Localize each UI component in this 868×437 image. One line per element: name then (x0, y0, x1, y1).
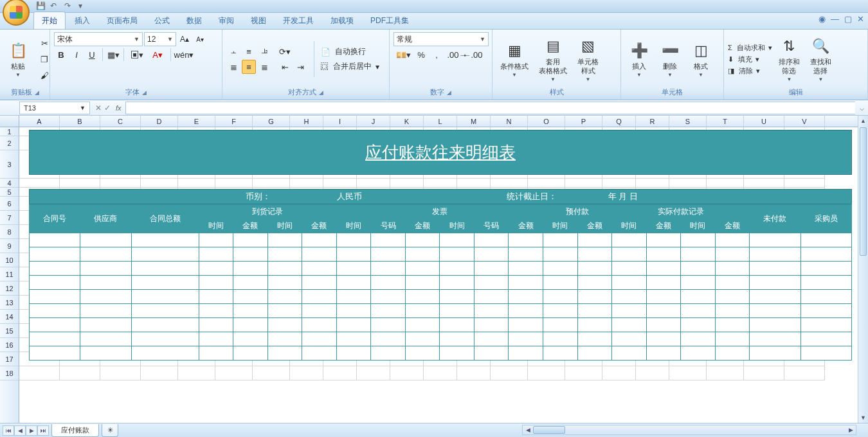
office-button[interactable] (3, 0, 30, 26)
row-header[interactable]: 2 (0, 136, 19, 150)
table-cell[interactable] (750, 290, 800, 304)
table-cell[interactable] (405, 318, 440, 332)
table-cell[interactable] (646, 290, 681, 304)
table-cell[interactable] (474, 247, 509, 262)
table-cell[interactable] (30, 290, 80, 304)
table-cell[interactable] (646, 332, 681, 346)
table-cell[interactable] (80, 290, 131, 304)
increase-indent-icon[interactable]: ⇥ (293, 60, 307, 74)
table-cell[interactable] (543, 304, 577, 318)
col-header[interactable]: P (565, 116, 602, 127)
table-cell[interactable] (715, 262, 750, 276)
table-cell[interactable] (336, 318, 371, 332)
table-cell[interactable] (474, 233, 509, 247)
table-cell[interactable] (715, 318, 750, 332)
table-cell[interactable] (646, 262, 681, 276)
font-name-combo[interactable]: 宋体▼ (54, 32, 143, 46)
table-cell[interactable] (509, 247, 543, 262)
table-cell[interactable] (233, 276, 268, 290)
row-header[interactable]: 15 (0, 324, 19, 338)
row-header[interactable]: 12 (0, 281, 19, 296)
vscroll-thumb[interactable] (860, 127, 867, 256)
table-cell[interactable] (371, 276, 406, 290)
tab-1[interactable]: 插入 (67, 12, 98, 29)
table-cell[interactable] (336, 304, 371, 318)
table-cell[interactable] (681, 304, 716, 318)
table-cell[interactable] (233, 332, 268, 346)
table-cell[interactable] (233, 262, 268, 276)
col-header[interactable]: R (636, 116, 669, 127)
scroll-left-icon[interactable]: ◀ (523, 427, 533, 433)
table-cell[interactable] (131, 290, 199, 304)
col-header[interactable]: F (215, 116, 253, 127)
table-cell[interactable] (577, 346, 612, 361)
col-header[interactable]: T (707, 116, 744, 127)
table-cell[interactable] (750, 346, 800, 361)
table-cell[interactable] (131, 233, 199, 247)
table-cell[interactable] (199, 262, 233, 276)
align-launcher-icon[interactable]: ◢ (319, 89, 323, 96)
sort-filter-button[interactable]: ⇅排序和 筛选▼ (775, 35, 804, 83)
conditional-format-button[interactable]: ▦条件格式▼ (496, 39, 532, 79)
tab-0[interactable]: 开始 (33, 12, 66, 29)
formula-bar[interactable] (125, 102, 855, 114)
phonetic-button[interactable]: wén▾ (174, 48, 194, 62)
table-cell[interactable] (233, 318, 268, 332)
table-cell[interactable] (302, 276, 337, 290)
col-header[interactable]: V (784, 116, 825, 127)
table-cell[interactable] (612, 304, 647, 318)
minimize-icon[interactable]: — (831, 14, 839, 24)
clear-button[interactable]: ◨ 清除 ▾ (728, 66, 772, 76)
table-cell[interactable] (612, 247, 647, 262)
cell-styles-button[interactable]: ▧单元格 样式▼ (574, 35, 602, 83)
table-cell[interactable] (336, 346, 371, 361)
table-cell[interactable] (267, 276, 302, 290)
underline-button[interactable]: U (85, 48, 99, 62)
table-cell[interactable] (371, 233, 406, 247)
table-cell[interactable] (440, 332, 475, 346)
last-sheet-icon[interactable]: ⏭ (37, 425, 49, 436)
insert-button[interactable]: ➕插入▼ (625, 39, 653, 79)
table-cell[interactable] (267, 346, 302, 361)
row-header[interactable]: 5 (0, 188, 19, 197)
table-cell[interactable] (543, 332, 577, 346)
row-header[interactable]: 17 (0, 352, 19, 366)
comma-icon[interactable]: , (429, 48, 444, 62)
redo-icon[interactable]: ↷ (64, 1, 75, 12)
tab-6[interactable]: 视图 (243, 12, 274, 29)
table-cell[interactable] (131, 304, 199, 318)
row-header[interactable]: 7 (0, 211, 19, 225)
tab-5[interactable]: 审阅 (211, 12, 242, 29)
table-cell[interactable] (543, 247, 577, 262)
table-cell[interactable] (336, 290, 371, 304)
table-cell[interactable] (750, 276, 800, 290)
table-cell[interactable] (302, 332, 337, 346)
table-cell[interactable] (405, 233, 440, 247)
fx-icon[interactable]: fx (116, 104, 122, 112)
table-cell[interactable] (800, 233, 851, 247)
col-header[interactable]: G (253, 116, 290, 127)
table-cell[interactable] (267, 332, 302, 346)
table-cell[interactable] (405, 262, 440, 276)
save-icon[interactable]: 💾 (36, 1, 46, 12)
formula-expand-icon[interactable]: ⌵ (855, 103, 868, 112)
number-format-combo[interactable]: 常规▼ (393, 32, 489, 46)
table-cell[interactable] (750, 304, 800, 318)
table-cell[interactable] (800, 262, 851, 276)
font-size-combo[interactable]: 12▼ (144, 32, 176, 46)
col-header[interactable]: M (457, 116, 491, 127)
font-launcher-icon[interactable]: ◢ (142, 89, 147, 96)
table-cell[interactable] (302, 262, 337, 276)
table-cell[interactable] (474, 318, 509, 332)
fill-color-button[interactable]: 🞕▾ (127, 48, 147, 62)
table-cell[interactable] (199, 233, 233, 247)
table-cell[interactable] (30, 346, 80, 361)
table-cell[interactable] (474, 290, 509, 304)
table-cell[interactable] (371, 247, 406, 262)
tab-7[interactable]: 开发工具 (275, 12, 321, 29)
table-cell[interactable] (30, 304, 80, 318)
table-cell[interactable] (267, 290, 302, 304)
format-button[interactable]: ◫格式▼ (687, 39, 715, 79)
table-cell[interactable] (302, 247, 337, 262)
table-cell[interactable] (681, 290, 716, 304)
